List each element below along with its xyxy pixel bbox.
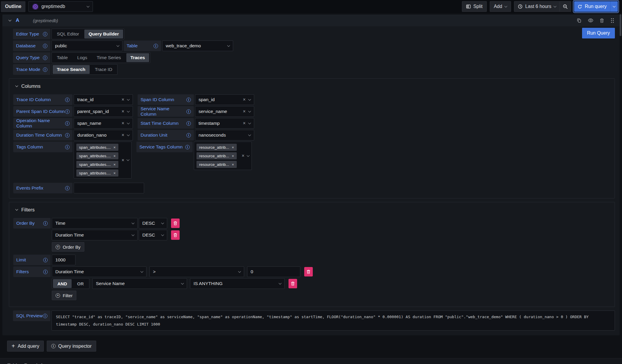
run-query-options-button[interactable] — [610, 1, 618, 12]
time-range-label: Last 6 hours — [525, 4, 551, 9]
info-icon[interactable]: i — [186, 133, 191, 137]
operation-name-column-select[interactable]: span_name × — [74, 118, 133, 129]
remove-icon[interactable]: × — [113, 171, 116, 175]
clear-icon[interactable]: × — [119, 97, 124, 102]
clear-icon[interactable]: × — [241, 97, 246, 102]
datasource-name: greptimedb — [41, 4, 65, 9]
filters-section-header[interactable]: Filters — [16, 207, 610, 213]
info-icon[interactable]: i — [43, 67, 47, 72]
info-icon[interactable]: i — [186, 109, 191, 114]
duration-time-column-select[interactable]: duration_nano × — [74, 130, 133, 140]
remove-icon[interactable]: × — [232, 154, 234, 158]
service-name-column-select[interactable]: service_name × — [195, 106, 254, 117]
scrollbar-thumb[interactable] — [620, 14, 621, 36]
option-logs[interactable]: Logs — [73, 53, 91, 62]
info-icon[interactable]: i — [65, 121, 70, 126]
info-icon[interactable]: i — [43, 56, 47, 60]
query-ref-id[interactable]: A — [16, 17, 19, 23]
tags-column-multiselect[interactable]: span_attributes....× span_attributes....… — [74, 142, 132, 179]
option-table[interactable]: Table — [53, 53, 72, 62]
chip-text: span_attributes.... — [79, 171, 111, 175]
option-or[interactable]: OR — [73, 279, 88, 288]
add-query-button[interactable]: + Add query — [7, 341, 44, 352]
limit-input[interactable]: 1000 — [52, 255, 75, 265]
toggle-query-visibility-button[interactable] — [588, 18, 593, 22]
outline-button[interactable]: Outline — [1, 1, 25, 12]
order-by-field-select[interactable]: Time — [52, 218, 138, 229]
option-time-series[interactable]: Time Series — [93, 53, 125, 62]
order-by-direction-select[interactable]: DESC — [139, 218, 167, 229]
span-id-column-select[interactable]: span_id × — [195, 94, 254, 105]
remove-icon[interactable]: × — [113, 145, 116, 149]
duplicate-query-button[interactable] — [577, 18, 581, 23]
parent-span-id-column-select[interactable]: parent_span_id × — [74, 106, 133, 117]
clear-icon[interactable]: × — [241, 121, 246, 126]
remove-order-by-button[interactable] — [171, 219, 180, 228]
info-icon[interactable]: i — [65, 133, 70, 137]
info-icon[interactable]: i — [154, 44, 158, 48]
remove-icon[interactable]: × — [232, 163, 234, 166]
remove-icon[interactable]: × — [113, 154, 116, 158]
clear-icon[interactable]: × — [119, 109, 124, 114]
info-icon[interactable]: i — [65, 145, 70, 149]
database-select[interactable]: public — [51, 41, 123, 51]
option-trace-search[interactable]: Trace Search — [53, 65, 90, 74]
duration-unit-select[interactable]: nanoseconds — [195, 130, 254, 140]
split-button[interactable]: Split — [462, 1, 487, 12]
time-range-button[interactable]: Last 6 hours — [514, 1, 560, 12]
order-by-direction-select[interactable]: DESC — [139, 230, 167, 240]
info-icon[interactable]: i — [43, 258, 48, 262]
add-dropdown-button[interactable]: Add — [490, 1, 511, 12]
info-icon[interactable]: i — [43, 44, 47, 48]
info-icon[interactable]: i — [186, 98, 191, 102]
collapse-chevron-icon[interactable] — [9, 18, 12, 21]
start-time-column-select[interactable]: timestamp × — [195, 118, 254, 129]
zoom-out-time-button[interactable] — [560, 1, 571, 12]
datasource-picker[interactable]: greptimedb — [28, 1, 93, 12]
filter-field-select[interactable]: Service Name — [92, 278, 187, 289]
columns-section-header[interactable]: Columns — [16, 83, 610, 89]
order-by-field-select[interactable]: Duration Time — [52, 230, 138, 240]
clear-all-icon[interactable]: × — [242, 153, 244, 158]
filter-operator-select[interactable]: IS ANYTHING — [190, 278, 285, 289]
info-icon[interactable]: i — [186, 121, 191, 126]
editor-run-query-button[interactable]: Run Query — [582, 28, 615, 38]
clear-all-icon[interactable]: × — [122, 158, 124, 163]
events-prefix-input[interactable] — [74, 183, 144, 193]
run-query-button[interactable]: Run query — [574, 1, 610, 12]
filter-field-select[interactable]: Duration Time — [52, 266, 146, 277]
option-and[interactable]: AND — [53, 279, 72, 288]
label-text: Service Name Column — [141, 106, 186, 117]
info-icon[interactable]: i — [65, 186, 70, 190]
info-icon[interactable]: i — [43, 314, 47, 318]
add-order-by-button[interactable]: + Order By — [52, 242, 84, 252]
info-icon[interactable]: i — [65, 98, 70, 102]
option-query-builder[interactable]: Query Builder — [84, 30, 123, 38]
info-icon[interactable]: i — [185, 145, 190, 149]
info-icon[interactable]: i — [65, 109, 70, 114]
remove-order-by-button[interactable] — [171, 230, 180, 240]
remove-filter-button[interactable] — [289, 279, 297, 288]
remove-filter-button[interactable] — [304, 267, 313, 276]
filter-value-input[interactable]: 0 — [247, 266, 300, 277]
remove-icon[interactable]: × — [113, 163, 116, 166]
info-icon[interactable]: i — [43, 32, 47, 36]
clear-icon[interactable]: × — [241, 109, 246, 114]
option-traces[interactable]: Traces — [126, 53, 149, 62]
service-tags-column-multiselect[interactable]: resource_attrib...× resource_attrib...× … — [194, 142, 252, 170]
info-icon[interactable]: i — [43, 221, 48, 226]
clear-icon[interactable]: × — [119, 133, 124, 137]
clear-icon[interactable]: × — [119, 121, 124, 126]
trace-id-column-select[interactable]: trace_id × — [74, 94, 133, 105]
remove-icon[interactable]: × — [232, 145, 234, 149]
option-sql-editor[interactable]: SQL Editor — [53, 30, 83, 38]
query-row-header[interactable]: A (greptimedb) — [2, 14, 620, 26]
query-inspector-button[interactable]: i Query inspector — [47, 341, 96, 352]
drag-handle[interactable] — [610, 18, 614, 23]
option-trace-id[interactable]: Trace ID — [91, 65, 117, 74]
table-select[interactable]: web_trace_demo — [162, 41, 233, 51]
add-filter-button[interactable]: + Filter — [52, 291, 76, 300]
info-icon[interactable]: i — [43, 270, 48, 274]
filter-operator-select[interactable]: > — [149, 266, 244, 277]
delete-query-button[interactable] — [600, 18, 604, 23]
